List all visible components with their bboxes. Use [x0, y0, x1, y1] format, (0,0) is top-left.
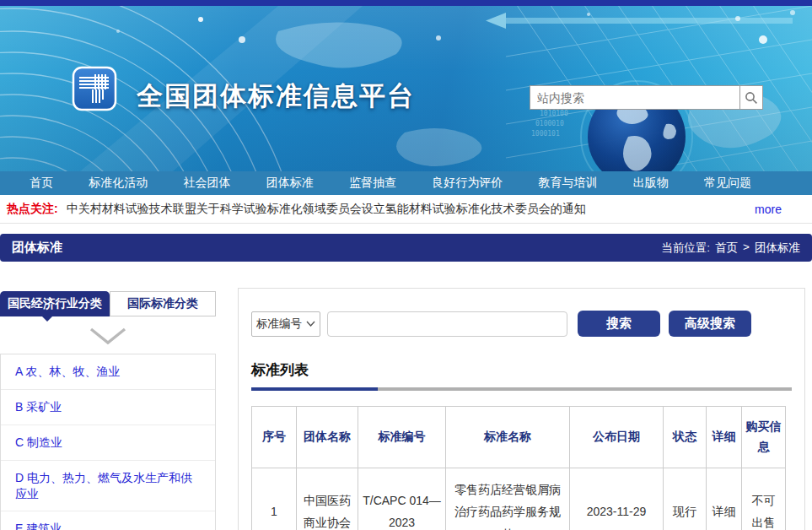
tab-international-standard-classification[interactable]: 国际标准分类 — [110, 291, 216, 316]
svg-text:0100010: 0100010 — [535, 120, 564, 127]
column-header-0: 序号 — [252, 407, 297, 468]
advanced-search-button[interactable]: 高级搜索 — [669, 311, 751, 337]
search-button[interactable]: 搜索 — [578, 311, 660, 337]
column-header-1: 团体名称 — [297, 407, 358, 468]
hot-news-bar: 热点关注: 中关村材料试验技术联盟关于科学试验标准化领域委员会设立氢能材料试验标… — [0, 195, 812, 224]
nav-item-8[interactable]: 常见问题 — [704, 176, 751, 191]
breadcrumb-current: 团体标准 — [755, 241, 800, 256]
status-cell: 现行 — [664, 468, 707, 530]
category-list: A 农、林、牧、渔业B 采矿业C 制造业D 电力、热力、燃气及水生产和供应业E … — [0, 354, 216, 530]
category-item-2[interactable]: C 制造业 — [1, 425, 215, 460]
breadcrumb-bar: 团体标准 当前位置: 首页 > 团体标准 — [0, 234, 812, 262]
column-header-6: 详细 — [707, 407, 742, 468]
category-item-0[interactable]: A 农、林、牧、渔业 — [1, 354, 215, 389]
nav-item-0[interactable]: 首页 — [30, 176, 53, 191]
standards-search-row: 标准编号 搜索 高级搜索 — [251, 311, 792, 337]
site-title: 全国团体标准信息平台 — [137, 78, 415, 114]
main-nav: 首页标准化活动社会团体团体标准监督抽查良好行为评价教育与培训出版物常见问题 — [0, 171, 812, 195]
top-accent-strip — [0, 0, 812, 6]
page-title: 团体标准 — [12, 240, 62, 256]
column-header-5: 状态 — [664, 407, 707, 468]
more-link[interactable]: more — [755, 203, 782, 216]
select-caret-icon — [306, 321, 315, 327]
chevron-down-icon[interactable] — [88, 326, 128, 346]
column-header-4: 公布日期 — [570, 407, 664, 468]
svg-text:1000101: 1000101 — [531, 130, 560, 138]
content-area: 国民经济行业分类 国际标准分类 A 农、林、牧、渔业B 采矿业C 制造业D 电力… — [0, 288, 812, 530]
tab-national-economy-classification[interactable]: 国民经济行业分类 — [0, 291, 110, 316]
nav-item-6[interactable]: 教育与培训 — [539, 176, 598, 191]
standards-list-title: 标准列表 — [251, 360, 792, 380]
org-cell: 中国医药商业协会 — [297, 468, 358, 530]
svg-text:1010100: 1010100 — [540, 110, 568, 117]
standards-query-input[interactable] — [327, 311, 567, 337]
sidebar-tabs: 国民经济行业分类 国际标准分类 — [0, 291, 216, 316]
category-item-1[interactable]: B 采矿业 — [1, 389, 215, 425]
nav-item-7[interactable]: 出版物 — [633, 176, 669, 191]
nav-item-3[interactable]: 团体标准 — [266, 176, 314, 191]
search-field-select[interactable]: 标准编号 — [251, 311, 320, 337]
category-item-3[interactable]: D 电力、热力、燃气及水生产和供应业 — [1, 460, 215, 511]
index-cell: 1 — [252, 468, 297, 530]
table-row: 1中国医药商业协会T/CAPC 014—2023零售药店经营银屑病治疗药品药学服… — [252, 468, 786, 530]
site-search — [530, 85, 763, 110]
standards-table: 序号团体名称标准编号标准名称公布日期状态详细购买信息 1中国医药商业协会T/CA… — [251, 406, 786, 530]
category-sidebar: 国民经济行业分类 国际标准分类 A 农、林、牧、渔业B 采矿业C 制造业D 电力… — [0, 291, 216, 530]
nav-item-1[interactable]: 标准化活动 — [89, 176, 148, 191]
purchase-info-cell: 不可出售 — [742, 468, 786, 530]
nav-item-5[interactable]: 良好行为评价 — [432, 176, 503, 191]
site-header-banner: 101010001000101000101 — [0, 6, 812, 171]
standards-table-header-row: 序号团体名称标准编号标准名称公布日期状态详细购买信息 — [252, 407, 786, 468]
standards-panel: 标准编号 搜索 高级搜索 标准列表 序号团体名称标准编号标准名称公布日期状态详细… — [238, 288, 805, 530]
nav-item-2[interactable]: 社会团体 — [184, 176, 231, 191]
title-underline — [251, 387, 792, 391]
site-logo[interactable] — [72, 66, 117, 111]
breadcrumb: 当前位置: 首页 > 团体标准 — [661, 241, 800, 256]
breadcrumb-label: 当前位置: — [661, 241, 710, 256]
breadcrumb-wrap: 团体标准 当前位置: 首页 > 团体标准 — [0, 224, 812, 262]
hot-news-headline[interactable]: 中关村材料试验技术联盟关于科学试验标准化领域委员会设立氢能材料试验标准化技术委员… — [67, 202, 586, 217]
magnifier-icon — [745, 91, 758, 105]
site-search-button[interactable] — [739, 86, 762, 109]
column-header-7: 购买信息 — [742, 407, 786, 468]
breadcrumb-separator: > — [743, 241, 750, 256]
hot-news-label: 热点关注: — [7, 202, 58, 217]
column-header-3: 标准名称 — [446, 407, 570, 468]
category-item-4[interactable]: E 建筑业 — [1, 511, 215, 530]
code-cell: T/CAPC 014—2023 — [358, 468, 446, 530]
date-cell: 2023-11-29 — [570, 468, 664, 530]
site-search-input[interactable] — [530, 86, 739, 109]
page: 101010001000101000101 — [0, 0, 812, 530]
name-cell: 零售药店经营银屑病治疗药品药学服务规范 — [446, 468, 570, 530]
detail-link[interactable]: 详细 — [707, 468, 742, 530]
column-header-2: 标准编号 — [358, 407, 446, 468]
search-field-select-value: 标准编号 — [256, 316, 302, 332]
breadcrumb-home-link[interactable]: 首页 — [715, 241, 738, 256]
nav-item-4[interactable]: 监督抽查 — [349, 176, 396, 191]
